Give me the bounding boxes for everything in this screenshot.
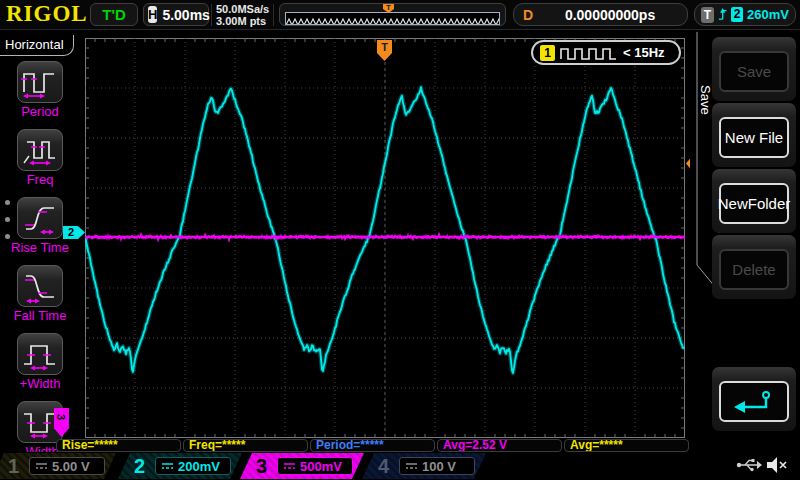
menu-page-dot	[5, 234, 10, 239]
delete-button[interactable]: Delete	[719, 249, 789, 290]
dc-coupling-icon	[161, 461, 174, 471]
trigger-t-icon: T	[701, 7, 714, 23]
memory-depth: 3.00M pts	[216, 15, 269, 27]
sidebar-item-label: Period	[0, 104, 80, 119]
softkey-slot: NewFolder	[712, 169, 796, 233]
measurement-rise[interactable]: Rise=*****	[56, 439, 181, 452]
timebase-readout[interactable]: H 5.00ms	[143, 3, 209, 26]
save-button[interactable]: Save	[719, 51, 789, 92]
waveform-display	[85, 38, 685, 438]
softkey-slot: New File	[712, 103, 796, 167]
usb-icon	[736, 457, 762, 473]
sidebar-item-pwidth[interactable]: +Width	[0, 333, 80, 391]
sample-rate: 50.0MSa/s	[216, 3, 269, 15]
sidebar-item-label: Rise Time	[0, 240, 80, 255]
trigger-info-readout[interactable]: T 2 260mV	[694, 3, 796, 26]
delay-value: 0.00000000ps	[533, 7, 687, 23]
softkey-slot	[712, 367, 796, 431]
divider	[273, 4, 274, 26]
memory-waveform-icon	[286, 16, 500, 25]
right-menu-panel: Save Save New File NewFolder Delete	[690, 30, 800, 452]
divider	[211, 4, 212, 26]
acquisition-readout: 50.0MSa/s 3.00M pts	[216, 3, 269, 27]
period-icon	[17, 61, 63, 103]
timebase-value: 5.00ms	[162, 7, 209, 23]
memory-window-strip	[285, 12, 500, 25]
sidebar-item-period[interactable]: Period	[0, 61, 80, 119]
channel4-tab[interactable]: 4 100 V	[362, 453, 486, 479]
menu-title: Horizontal	[0, 35, 74, 56]
horizontal-h-icon: H	[148, 6, 157, 23]
channel1-tab[interactable]: 1 5.00 V	[0, 453, 116, 479]
menu-page-dot	[5, 200, 10, 205]
sidebar-item-fall-time[interactable]: Fall Time	[0, 265, 80, 323]
square-wave-icon	[560, 46, 618, 60]
softkey-slot: Save	[712, 37, 796, 101]
plus-width-icon	[17, 333, 63, 375]
freq-icon	[17, 129, 63, 171]
channel2-tab[interactable]: 2 200mV	[118, 453, 242, 479]
channel-status-bar: 1 5.00 V 2 200mV 3 500mV 4 100 V	[0, 452, 800, 480]
rise-time-icon	[17, 197, 63, 239]
new-file-button[interactable]: New File	[719, 117, 789, 158]
counter-source-badge: 1	[540, 45, 555, 61]
channel2-offset-marker[interactable]: 2	[63, 226, 85, 239]
measurement-avg-ch3[interactable]: Avg=2.52 V	[437, 439, 562, 452]
measurement-freq[interactable]: Freq=*****	[183, 439, 308, 452]
memory-position-bar[interactable]: T	[279, 3, 506, 26]
rigol-logo: RIGOL	[6, 1, 88, 27]
oscilloscope-screen: RIGOL T'D H 5.00ms 50.0MSa/s 3.00M pts T…	[0, 0, 800, 480]
frequency-counter-badge: 1 < 15Hz	[531, 40, 681, 65]
delay-d-icon: D	[523, 7, 533, 23]
left-menu-panel: Horizontal Period	[0, 30, 80, 452]
channel-scale: 200mV	[178, 459, 220, 474]
measurement-period[interactable]: Period=*****	[310, 439, 435, 452]
back-button[interactable]	[719, 381, 789, 422]
channel-scale: 100 V	[422, 459, 456, 474]
menu-tab-save: Save	[698, 85, 713, 115]
channel-number: 3	[256, 455, 270, 478]
channel-scale: 500mV	[300, 459, 342, 474]
top-status-bar: RIGOL T'D H 5.00ms 50.0MSa/s 3.00M pts T…	[0, 0, 800, 30]
trigger-delay-readout[interactable]: D 0.00000000ps	[513, 3, 688, 26]
measurement-bar: Rise=***** Freq=***** Period=***** Avg=2…	[56, 439, 689, 452]
sidebar-item-freq[interactable]: Freq	[0, 129, 80, 187]
channel-number: 4	[378, 455, 392, 478]
menu-page-dot	[5, 217, 10, 222]
fall-time-icon	[17, 265, 63, 307]
dc-coupling-icon	[405, 461, 418, 471]
sidebar-item-label: Fall Time	[0, 308, 80, 323]
channel-number: 1	[8, 455, 22, 478]
trigger-source-badge: 2	[731, 7, 743, 22]
trigger-status-badge: T'D	[90, 3, 138, 26]
measurement-avg[interactable]: Avg=*****	[564, 439, 689, 452]
rising-edge-icon	[718, 6, 727, 23]
speaker-muted-icon	[765, 455, 789, 475]
dc-coupling-icon	[283, 461, 296, 471]
trigger-level-value: 260mV	[747, 7, 789, 22]
new-folder-button[interactable]: NewFolder	[719, 183, 789, 224]
sidebar-item-label: +Width	[0, 376, 80, 391]
channel-number: 2	[134, 455, 148, 478]
sidebar-item-label: Freq	[0, 172, 80, 187]
dc-coupling-icon	[35, 461, 48, 471]
return-arrow-icon	[732, 388, 776, 416]
softkey-slot: Delete	[712, 235, 796, 299]
counter-value: < 15Hz	[623, 45, 665, 60]
channel3-tab[interactable]: 3 500mV	[240, 453, 364, 479]
channel-scale: 5.00 V	[52, 459, 90, 474]
